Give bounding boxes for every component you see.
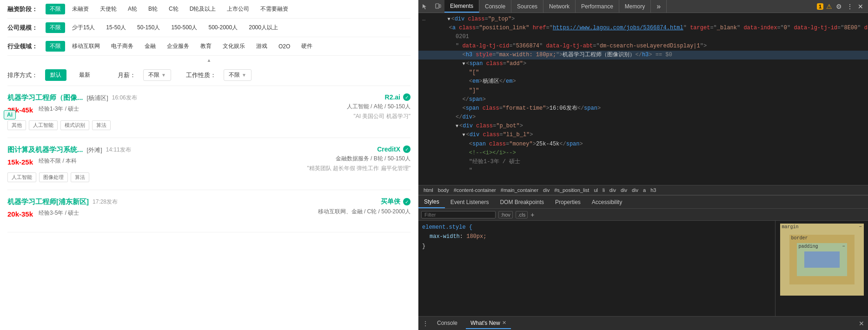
style-prop-max-width: max-width [430, 233, 460, 240]
devtools-close-icon[interactable]: ✕ [857, 2, 864, 11]
collapse-arrow-icon[interactable]: ▼ [462, 61, 465, 66]
console-close-icon[interactable]: ✕ [859, 320, 864, 327]
styles-filter-pseudo[interactable]: :hov [498, 211, 513, 218]
console-tab-whats-new[interactable]: What's New ✕ [466, 318, 511, 329]
industry-filter-culture[interactable]: 文化娱乐 [219, 41, 249, 52]
funding-filter-series-d[interactable]: D轮及以上 [186, 4, 220, 14]
devtools-cursor-icon[interactable] [420, 2, 430, 11]
devtools-tab-bar: Elements Console Sources Network Perform… [418, 0, 868, 13]
lower-tab-accessibility[interactable]: Accessibility [586, 196, 628, 208]
funding-filter-listed[interactable]: 上市公司 [223, 4, 253, 14]
industry-filter-hardware[interactable]: 硬件 [297, 41, 317, 52]
collapse-arrow-icon[interactable]: ▼ [447, 17, 450, 22]
job-card-3: 机器学习工程师[浦东新区] 17:28发布 20k-35k 经验3-5年 / 硕… [7, 190, 411, 232]
size-filter-15-50[interactable]: 15-50人 [102, 22, 130, 33]
industry-filter-enterprise[interactable]: 企业服务 [163, 41, 193, 52]
breadcrumb-div4[interactable]: div [630, 187, 640, 193]
breadcrumb-li[interactable]: li [601, 187, 606, 193]
funding-filter-series-a[interactable]: A轮 [124, 4, 141, 14]
breadcrumb-s-position-list[interactable]: #s_position_list [553, 187, 590, 193]
job-card-2-title[interactable]: 图计算及机器学习系统... [7, 145, 83, 154]
lower-tab-styles[interactable]: Styles [418, 196, 445, 208]
console-menu-icon[interactable]: ⋮ [422, 320, 429, 327]
console-tab-console[interactable]: Console [432, 318, 462, 329]
job-tag[interactable]: 人工智能 [7, 172, 36, 182]
industry-filter-finance[interactable]: 金融 [140, 41, 160, 52]
funding-filter-series-b[interactable]: B轮 [144, 4, 162, 14]
job-card-3-title[interactable]: 机器学习工程师[浦东新区] [7, 198, 89, 206]
tab-more[interactable]: » [651, 0, 667, 13]
size-filter-2000[interactable]: 2000人以上 [245, 22, 282, 33]
devtools-device-icon[interactable] [433, 2, 443, 11]
tab-sources[interactable]: Sources [511, 0, 543, 13]
industry-filter-unlimited[interactable]: 不限 [46, 41, 65, 52]
whats-new-close-icon[interactable]: ✕ [502, 320, 506, 326]
devtools-lower-panel: Styles Event Listeners DOM Breakpoints P… [418, 195, 868, 316]
tab-console[interactable]: Console [479, 0, 511, 13]
breadcrumb-main-container[interactable]: #main_container [499, 187, 540, 193]
collapse-arrow-icon[interactable]: ▼ [462, 132, 465, 138]
funding-filter-unlimited[interactable]: 不限 [46, 4, 65, 14]
industry-filter-o2o[interactable]: O2O [274, 42, 294, 51]
funding-filter-no-need[interactable]: 不需要融资 [256, 4, 292, 14]
industry-filter-game[interactable]: 游戏 [252, 41, 272, 52]
sort-default[interactable]: 默认 [45, 69, 66, 81]
devtools-settings-icon[interactable]: ⚙ [835, 2, 843, 11]
size-filter-150-500[interactable]: 150-500人 [167, 22, 201, 33]
job-tag[interactable]: 图像处理 [39, 172, 68, 182]
job-card-3-company-name[interactable]: 买单侠 [381, 198, 400, 206]
tab-network[interactable]: Network [543, 0, 576, 13]
tab-performance[interactable]: Performance [576, 0, 619, 13]
filter-collapse-arrow[interactable]: ▲ [7, 56, 411, 65]
nature-select[interactable]: 不限 ▼ [224, 69, 252, 81]
warn-icon: ⚠ [826, 3, 832, 10]
tab-elements[interactable]: Elements [444, 0, 479, 13]
size-filter-50-150[interactable]: 50-150人 [133, 22, 164, 33]
job-tag[interactable]: 算法 [71, 172, 89, 182]
job-tag[interactable]: 其他 [7, 120, 26, 130]
job-card-1-title[interactable]: 机器学习工程师（图像... [7, 93, 83, 102]
line-content: "]" [422, 86, 479, 95]
job-tag[interactable]: 人工智能 [29, 120, 58, 130]
breadcrumb-div2[interactable]: div [608, 187, 617, 193]
line-content: ▼<div class="li_b_l"> [422, 131, 533, 139]
styles-filter-cls[interactable]: .cls [516, 211, 528, 218]
industry-filter-mobile[interactable]: 移动互联网 [68, 41, 104, 52]
breadcrumb-content-container[interactable]: #content-container [452, 187, 497, 193]
breadcrumb-a[interactable]: a [642, 187, 647, 193]
size-filter-unlimited[interactable]: 不限 [46, 22, 65, 33]
breadcrumb-html[interactable]: html [422, 187, 435, 193]
funding-filter-series-c[interactable]: C轮 [165, 4, 183, 14]
styles-filter-input[interactable] [421, 211, 496, 218]
funding-filter-no-funding[interactable]: 未融资 [68, 4, 93, 14]
box-padding-dash: − [840, 243, 847, 250]
styles-filter-plus-icon[interactable]: + [530, 211, 534, 218]
funding-filter-angel[interactable]: 天使轮 [96, 4, 121, 14]
lower-tab-event-listeners[interactable]: Event Listeners [445, 196, 495, 208]
size-filter-15[interactable]: 少于15人 [68, 22, 99, 33]
breadcrumb-ul[interactable]: ul [592, 187, 599, 193]
job-card-1-company-name[interactable]: R2.ai [385, 93, 400, 101]
breadcrumb-div3[interactable]: div [619, 187, 629, 193]
industry-filter-ecommerce[interactable]: 电子商务 [107, 41, 138, 52]
job-tag[interactable]: 算法 [92, 120, 111, 130]
dom-code-area[interactable]: … ▼<div class="p_top"> <a class="positio… [418, 13, 868, 185]
breadcrumb-h3[interactable]: h3 [649, 187, 657, 193]
tab-memory[interactable]: Memory [619, 0, 651, 13]
lower-tab-properties[interactable]: Properties [550, 196, 586, 208]
sort-row: 排序方式： 默认 最新 月薪： 不限 ▼ 工作性质： 不限 ▼ [7, 65, 411, 86]
salary-select[interactable]: 不限 ▼ [143, 69, 171, 81]
line-content: <!--<i></i>--> [422, 149, 516, 158]
industry-filter-education[interactable]: 教育 [196, 41, 216, 52]
breadcrumb-body[interactable]: body [437, 187, 451, 193]
devtools-more-icon[interactable]: ⋮ [846, 2, 854, 11]
job-card-2-company-name[interactable]: CreditX [377, 145, 400, 153]
box-padding-label: padding [797, 243, 820, 250]
sort-latest[interactable]: 最新 [74, 69, 95, 81]
lower-tab-dom-breakpoints[interactable]: DOM Breakpoints [494, 196, 550, 208]
job-tag[interactable]: 模式识别 [60, 120, 89, 130]
breadcrumb-div[interactable]: div [542, 187, 551, 193]
job-card-1-time: 16:06发布 [112, 94, 137, 102]
size-filter-500-2000[interactable]: 500-2000人 [204, 22, 242, 33]
collapse-arrow-icon[interactable]: ▼ [456, 124, 458, 129]
